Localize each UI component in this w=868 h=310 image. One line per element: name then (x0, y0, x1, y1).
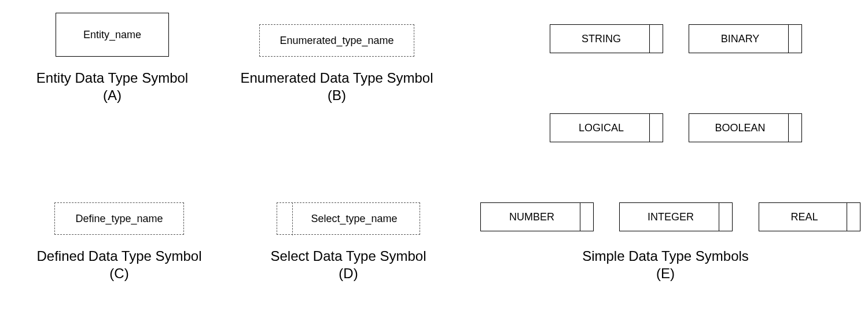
diagram-stage: Entity_name Entity Data Type Symbol (A) … (0, 0, 868, 310)
boolean-label: BOOLEAN (715, 122, 765, 134)
boolean-right-divider (788, 114, 789, 142)
simple-type-binary: BINARY (689, 24, 802, 53)
defined-caption: Defined Data Type Symbol (C) (35, 248, 204, 282)
binary-right-divider (788, 25, 789, 53)
select-inner-divider (292, 202, 293, 235)
enumerated-caption: Enumerated Data Type Symbol (B) (237, 69, 436, 104)
number-right-divider (580, 203, 580, 231)
entity-symbol-label: Entity_name (83, 29, 141, 41)
select-symbol-box: Select_type_name (277, 202, 420, 235)
simple-type-integer: INTEGER (619, 202, 733, 231)
select-symbol-label: Select_type_name (311, 213, 397, 225)
integer-right-divider (719, 203, 719, 231)
simple-type-logical: LOGICAL (550, 113, 663, 142)
defined-symbol-box: Define_type_name (54, 202, 184, 235)
enumerated-symbol-box: Enumerated_type_name (259, 24, 414, 57)
logical-label: LOGICAL (579, 122, 624, 134)
simple-type-number: NUMBER (480, 202, 594, 231)
number-label: NUMBER (509, 211, 554, 223)
binary-label: BINARY (721, 33, 760, 45)
defined-symbol-label: Define_type_name (75, 213, 163, 225)
entity-caption: Entity Data Type Symbol (A) (35, 69, 190, 104)
enumerated-symbol-label: Enumerated_type_name (279, 35, 393, 47)
string-right-divider (649, 25, 650, 53)
logical-right-divider (649, 114, 650, 142)
select-caption: Select Data Type Symbol (D) (266, 248, 431, 282)
simple-type-real: REAL (759, 202, 860, 231)
entity-symbol-box: Entity_name (56, 13, 169, 57)
simple-type-string: STRING (550, 24, 663, 53)
real-label: REAL (790, 211, 818, 223)
simple-caption: Simple Data Type Symbols (E) (544, 248, 787, 282)
real-right-divider (847, 203, 847, 231)
string-label: STRING (582, 33, 621, 45)
integer-label: INTEGER (648, 211, 694, 223)
simple-type-boolean: BOOLEAN (689, 113, 802, 142)
